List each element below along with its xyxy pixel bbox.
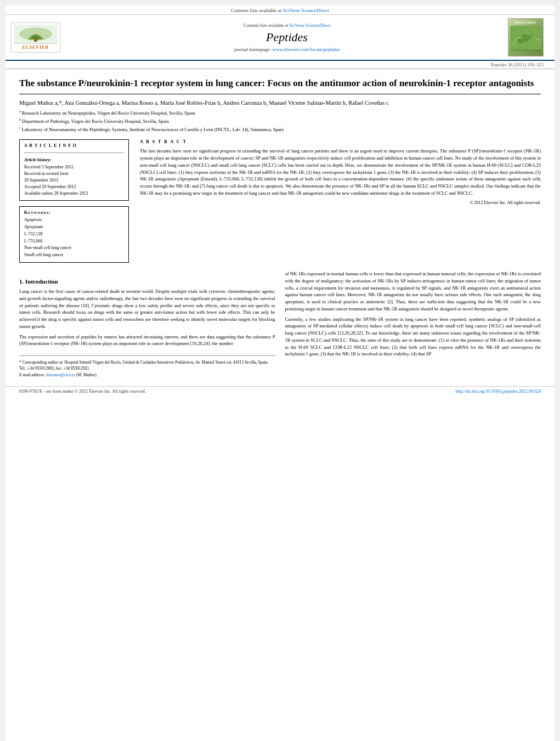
elsevier-logo-image [14,25,58,44]
footnote-star: * Corresponding author at: Hospital Infa… [19,359,275,365]
article-info-label: A R T I C L E I N F O [24,143,124,148]
article-title: The substance P/neurokinin-1 receptor sy… [19,77,541,94]
article-info-box: A R T I C L E I N F O Article history: R… [19,139,129,201]
article-history-label: Article history: [24,157,124,162]
received-revised-label: Received in revised form [24,171,124,177]
svg-point-4 [518,38,523,44]
affiliations: a Research Laboratory on Neuropeptides, … [19,109,541,133]
footnote-area: * Corresponding author at: Hospital Infa… [19,355,275,378]
abstract-label: A B S T R A C T [140,139,541,144]
keywords-label: Keywords: [24,210,124,215]
sciverse-link-header[interactable]: SciVerse ScienceDirect [290,23,331,28]
affiliation-b: b Department of Pathology, Virgen del Ro… [19,117,541,125]
right-column: A B S T R A C T The last decades have se… [140,139,541,263]
keyword-3: L-732,138 [24,231,124,238]
keyword-5: Non-small cell lung cancer [24,245,124,252]
abstract-text: The last decades have seen no significan… [140,148,541,196]
keyword-6: Small cell lung cancer [24,252,124,259]
journal-homepage: journal homepage: www.elsevier.com/locat… [66,47,508,52]
affiliation-c: c Laboratory of Neuroanatomy of the Pept… [19,126,541,133]
issn-text: 0196-9781/$ – see front matter © 2012 El… [19,389,146,394]
keyword-2: Aprepitant [24,224,124,231]
bottom-bar: 0196-9781/$ – see front matter © 2012 El… [5,386,555,396]
svg-point-5 [528,33,534,39]
cover-title: PEPTIDES [515,20,536,25]
abstract-paragraph: The last decades have seen no significan… [140,148,541,196]
intro-right-paragraph-1: of NK-1Rs expressed in normal human cell… [285,270,541,313]
accepted-date: Accepted 20 September 2012 [24,184,124,190]
copyright: © 2012 Elsevier Inc. All rights reserved… [140,200,541,205]
sciverse-link[interactable]: SciVerse ScienceDirect [283,8,329,13]
cover-image [510,26,541,50]
available-date: Available online 28 September 2012 [24,190,124,197]
email-link[interactable]: mmunoz@cica.es [46,372,75,377]
article-info-abstract-section: A R T I C L E I N F O Article history: R… [19,139,541,263]
introduction-heading: 1. Introduction [19,278,275,285]
journal-cover: PEPTIDES [508,18,544,56]
footnote-email: E-mail address: mmunoz@cica.es (M. Muñoz… [19,372,275,378]
contents-link: Contents lists available at SciVerse Sci… [66,23,508,28]
keywords-box: Keywords: Apoptosis Aprepitant L-732,138… [19,206,129,263]
footnote-tel: Tel.: +34 955012965; fax: +34 955012921. [19,365,275,371]
intro-paragraph-1: Lung cancer is the first cause of cancer… [19,288,275,330]
journal-url[interactable]: www.elsevier.com/locate/peptides [272,47,340,52]
left-column: A R T I C L E I N F O Article history: R… [19,139,129,263]
elsevier-logo: ELSEVIER [11,22,60,53]
received-date: Received 3 September 2012 [24,164,124,171]
doi-link[interactable]: http://dx.doi.org/10.1016/j.peptides.201… [456,389,541,394]
journal-header: ELSEVIER Contents lists available at Sci… [5,15,555,61]
authors-text: Miguel Muñoz a,*, Ana González-Ortega a,… [19,100,389,106]
sciverse-bar: Contents lists available at SciVerse Sci… [5,5,555,15]
body-left-col: 1. Introduction Lung cancer is the first… [19,270,275,378]
abstract-section: A B S T R A C T The last decades have se… [140,139,541,205]
body-section: 1. Introduction Lung cancer is the first… [19,270,541,378]
keyword-1: Apoptosis [24,217,124,224]
received-revised-date: 20 September 2012 [24,177,124,184]
affiliation-a: a Research Laboratory on Neuropeptides, … [19,109,541,117]
intro-right-paragraph-2: Currently, a few studies implicating the… [285,316,541,358]
authors-line: Miguel Muñoz a,*, Ana González-Ortega a,… [19,100,541,106]
intro-paragraph-2: The expression and secretion of peptides… [19,333,275,348]
keyword-4: L-733,060 [24,238,124,245]
article-reference: Peptides 38 (2012) 318–325 [5,61,555,69]
svg-rect-1 [34,37,37,42]
contents-list-text: Contents lists available at [231,8,282,13]
journal-title: Peptides [66,30,508,44]
body-right-col: of NK-1Rs expressed in normal human cell… [285,270,541,378]
main-content: The substance P/neurokinin-1 receptor sy… [5,69,555,386]
journal-center: Contents lists available at SciVerse Sci… [66,23,508,52]
elsevier-wordmark: ELSEVIER [22,44,49,50]
